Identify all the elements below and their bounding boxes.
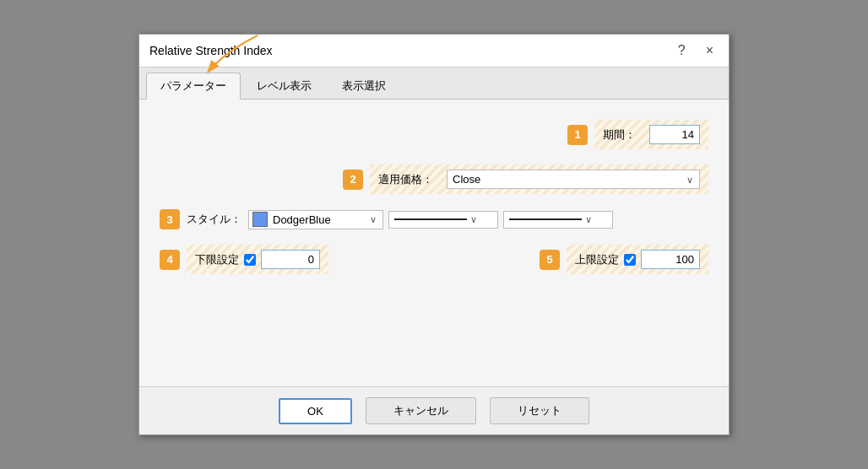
upper-checkbox[interactable] bbox=[624, 254, 636, 266]
help-button[interactable]: ? bbox=[673, 41, 691, 60]
tab-parameters[interactable]: パラメーター bbox=[146, 73, 241, 100]
title-bar-right: ? × bbox=[673, 41, 719, 60]
dialog-footer: OK キャンセル リセット bbox=[139, 386, 729, 434]
chevron-down-icon-1: ∨ bbox=[470, 214, 477, 225]
price-select[interactable]: Close Open High Low bbox=[447, 170, 700, 189]
row-period: 1 期間： bbox=[160, 120, 708, 149]
tab-display-select[interactable]: 表示選択 bbox=[328, 73, 400, 99]
tab-bar: パラメーター レベル表示 表示選択 bbox=[139, 67, 729, 100]
row-limits: 4 下限設定 5 上限設定 bbox=[160, 245, 708, 274]
color-select-wrapper: DodgerBlue Red Green bbox=[248, 210, 383, 229]
content-area: 1 期間： 2 適用価格： Close Open High Low bbox=[139, 100, 729, 386]
row-price: 2 適用価格： Close Open High Low bbox=[160, 164, 708, 194]
color-select[interactable]: DodgerBlue Red Green bbox=[248, 210, 383, 229]
title-bar: Relative Strength Index ? × bbox=[139, 35, 729, 67]
lower-checkbox[interactable] bbox=[244, 254, 256, 266]
line-preview-2 bbox=[509, 218, 582, 220]
upper-section: 上限設定 bbox=[567, 245, 708, 274]
dialog: Relative Strength Index ? × パラメーター レベル表示… bbox=[138, 34, 730, 435]
badge-3: 3 bbox=[160, 209, 180, 229]
line-preview bbox=[394, 218, 467, 220]
row-style: 3 スタイル： DodgerBlue Red Green ∨ ∨ bbox=[160, 209, 708, 229]
line-style-select-2[interactable]: ∨ bbox=[503, 211, 613, 229]
chevron-down-icon-2: ∨ bbox=[585, 214, 592, 225]
badge-5: 5 bbox=[540, 250, 560, 270]
style-label: スタイル： bbox=[187, 212, 241, 227]
lower-input[interactable] bbox=[261, 250, 320, 269]
period-section: 期間： bbox=[594, 120, 708, 149]
badge-1: 1 bbox=[567, 125, 588, 145]
badge-2: 2 bbox=[343, 170, 363, 190]
period-input[interactable] bbox=[649, 125, 700, 144]
lower-section: 下限設定 bbox=[187, 245, 328, 274]
cancel-button[interactable]: キャンセル bbox=[366, 397, 476, 424]
dialog-title: Relative Strength Index bbox=[149, 44, 273, 57]
reset-button[interactable]: リセット bbox=[490, 397, 589, 424]
upper-input[interactable] bbox=[641, 250, 700, 269]
upper-label: 上限設定 bbox=[575, 252, 619, 267]
price-section: 適用価格： Close Open High Low bbox=[370, 164, 708, 194]
badge-4: 4 bbox=[160, 250, 180, 270]
close-button[interactable]: × bbox=[701, 41, 719, 60]
ok-button[interactable]: OK bbox=[279, 398, 352, 424]
price-select-wrapper: Close Open High Low bbox=[447, 170, 700, 189]
tab-level-display[interactable]: レベル表示 bbox=[242, 73, 326, 99]
period-label: 期間： bbox=[603, 127, 636, 143]
lower-label: 下限設定 bbox=[195, 252, 239, 267]
line-style-select-1[interactable]: ∨ bbox=[388, 211, 498, 229]
price-label: 適用価格： bbox=[378, 172, 433, 187]
